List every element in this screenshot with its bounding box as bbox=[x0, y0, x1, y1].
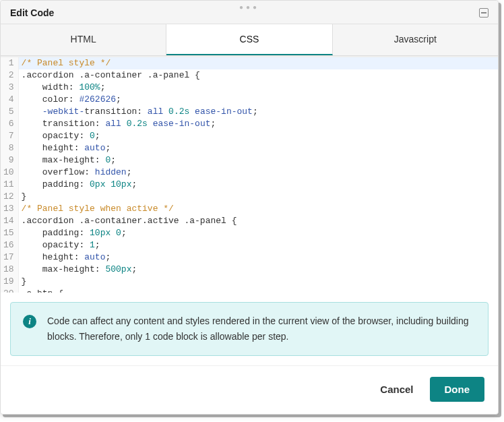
line-number: 11 bbox=[3, 179, 14, 191]
code-line[interactable]: /* Panel style when active */ bbox=[19, 203, 498, 215]
code-line[interactable]: height: auto; bbox=[19, 251, 498, 264]
code-line[interactable]: transition: all 0.2s ease-in-out; bbox=[19, 118, 498, 130]
info-icon: i bbox=[23, 315, 36, 328]
code-content[interactable]: /* Panel style */.accordion .a-container… bbox=[19, 57, 498, 293]
line-number: 7 bbox=[3, 130, 14, 142]
line-number: 19 bbox=[3, 276, 14, 288]
code-line[interactable]: overflow: hidden; bbox=[19, 167, 498, 179]
line-number: 17 bbox=[3, 251, 14, 264]
collapse-icon[interactable] bbox=[479, 8, 489, 18]
code-line[interactable]: .accordion .a-container .a-panel { bbox=[19, 69, 498, 82]
code-line[interactable]: /* Panel style */ bbox=[19, 57, 498, 69]
code-line[interactable]: .accordion .a-container.active .a-panel … bbox=[19, 215, 498, 227]
line-number: 15 bbox=[3, 227, 14, 239]
edit-code-dialog: ●●● Edit Code HTMLCSSJavascript 12345678… bbox=[0, 0, 499, 415]
info-banner: i Code can affect any content and styles… bbox=[10, 302, 489, 356]
tab-bar: HTMLCSSJavascript bbox=[1, 24, 498, 56]
tab-javascript[interactable]: Javascript bbox=[333, 24, 498, 55]
line-number: 2 bbox=[3, 69, 14, 82]
line-number-gutter: 1234567891011121314151617181920 bbox=[1, 57, 19, 293]
tab-html[interactable]: HTML bbox=[1, 24, 166, 55]
dialog-title: Edit Code bbox=[10, 7, 54, 18]
line-number: 6 bbox=[3, 118, 14, 130]
cancel-button[interactable]: Cancel bbox=[376, 378, 417, 400]
line-number: 3 bbox=[3, 82, 14, 94]
code-line[interactable]: } bbox=[19, 276, 498, 288]
code-line[interactable]: opacity: 1; bbox=[19, 239, 498, 251]
code-line[interactable]: .a-btn { bbox=[19, 288, 498, 293]
code-line[interactable]: width: 100%; bbox=[19, 82, 498, 94]
line-number: 13 bbox=[3, 203, 14, 215]
line-number: 16 bbox=[3, 239, 14, 251]
line-number: 14 bbox=[3, 215, 14, 227]
done-button[interactable]: Done bbox=[430, 377, 485, 402]
code-editor[interactable]: 1234567891011121314151617181920 /* Panel… bbox=[1, 56, 498, 293]
line-number: 9 bbox=[3, 154, 14, 167]
code-line[interactable]: height: auto; bbox=[19, 142, 498, 154]
line-number: 4 bbox=[3, 94, 14, 106]
line-number: 18 bbox=[3, 264, 14, 276]
code-line[interactable]: padding: 0px 10px; bbox=[19, 179, 498, 191]
line-number: 12 bbox=[3, 191, 14, 203]
code-line[interactable]: -webkit-transition: all 0.2s ease-in-out… bbox=[19, 106, 498, 118]
code-line[interactable]: } bbox=[19, 191, 498, 203]
code-line[interactable]: max-height: 500px; bbox=[19, 264, 498, 276]
drag-handle-icon[interactable]: ●●● bbox=[239, 3, 259, 11]
line-number: 1 bbox=[3, 57, 14, 69]
line-number: 20 bbox=[3, 288, 14, 293]
info-text: Code can affect any content and styles r… bbox=[47, 313, 476, 344]
line-number: 10 bbox=[3, 167, 14, 179]
tab-css[interactable]: CSS bbox=[166, 24, 332, 55]
code-line[interactable]: padding: 10px 0; bbox=[19, 227, 498, 239]
code-line[interactable]: opacity: 0; bbox=[19, 130, 498, 142]
dialog-footer: Cancel Done bbox=[1, 365, 498, 414]
line-number: 8 bbox=[3, 142, 14, 154]
code-line[interactable]: color: #262626; bbox=[19, 94, 498, 106]
line-number: 5 bbox=[3, 106, 14, 118]
code-line[interactable]: max-height: 0; bbox=[19, 154, 498, 167]
